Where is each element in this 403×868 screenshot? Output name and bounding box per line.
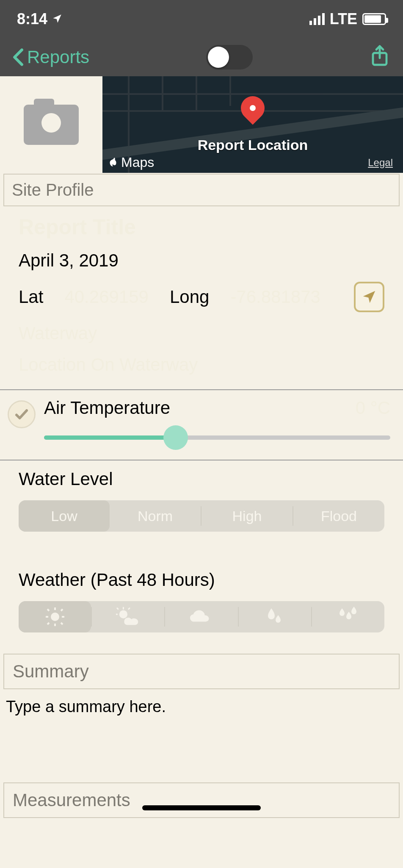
weather-option-partly-cloudy[interactable] <box>92 601 164 632</box>
location-services-icon <box>52 10 63 28</box>
water-level-option-low[interactable]: Low <box>19 500 110 532</box>
water-level-option-norm[interactable]: Norm <box>110 500 201 532</box>
signal-strength-icon <box>309 13 325 25</box>
maps-brand: Maps <box>108 155 154 170</box>
cloud-icon <box>189 608 214 625</box>
long-label: Long <box>170 287 209 307</box>
weather-option-sunny[interactable] <box>19 601 91 632</box>
add-photo-button[interactable] <box>0 76 102 173</box>
back-button[interactable]: Reports <box>13 47 89 67</box>
waterway-input[interactable]: Waterway <box>19 323 384 344</box>
locate-me-button[interactable] <box>354 282 384 312</box>
svg-line-9 <box>61 623 63 624</box>
svg-line-7 <box>61 609 63 611</box>
svg-point-1 <box>51 613 59 621</box>
lat-label: Lat <box>19 287 43 307</box>
weather-label: Weather (Past 48 Hours) <box>19 570 384 590</box>
home-indicator[interactable] <box>142 805 261 810</box>
back-label: Reports <box>27 47 89 67</box>
air-temp-label: Air Temperature <box>44 398 170 418</box>
network-label: LTE <box>330 10 357 28</box>
nav-bar: Reports <box>0 38 403 76</box>
rain-icon <box>266 607 283 627</box>
report-date[interactable]: April 3, 2019 <box>19 250 384 271</box>
svg-line-8 <box>47 623 49 624</box>
map-pin-icon <box>241 96 265 120</box>
camera-icon <box>24 105 79 145</box>
weather-option-cloudy[interactable] <box>165 601 237 632</box>
summary-textarea[interactable]: Type a summary here. <box>0 689 403 782</box>
partly-cloudy-icon <box>116 607 141 627</box>
air-temp-check-icon[interactable] <box>8 400 36 428</box>
sun-icon <box>45 607 65 627</box>
weather-option-heavy-rain[interactable] <box>312 601 384 632</box>
long-value[interactable]: -76.881873 <box>230 287 320 307</box>
svg-line-6 <box>47 609 49 611</box>
map-legal-link[interactable]: Legal <box>368 157 393 169</box>
location-on-waterway-input[interactable]: Location On Waterway <box>19 355 384 375</box>
report-title-input[interactable]: Report Title <box>19 215 384 239</box>
lat-value[interactable]: 40.269159 <box>64 287 149 307</box>
measurements-header: Measurements <box>3 782 400 818</box>
mode-toggle[interactable] <box>206 45 253 69</box>
site-profile-header: Site Profile <box>3 174 400 206</box>
air-temp-value: 0 °C <box>356 398 390 418</box>
map-location-label: Report Location <box>198 137 308 153</box>
heavy-rain-icon <box>338 607 358 627</box>
battery-icon <box>362 13 386 25</box>
water-level-option-high[interactable]: High <box>202 500 293 532</box>
svg-line-14 <box>128 608 130 610</box>
weather-segmented[interactable] <box>19 601 384 632</box>
water-level-label: Water Level <box>19 469 384 489</box>
summary-header: Summary <box>3 654 400 689</box>
water-level-segmented[interactable]: Low Norm High Flood <box>19 500 384 532</box>
weather-option-rain[interactable] <box>239 601 311 632</box>
air-temp-slider[interactable] <box>44 429 390 446</box>
status-time: 8:14 <box>17 10 47 28</box>
water-level-option-flood[interactable]: Flood <box>293 500 384 532</box>
svg-point-10 <box>119 610 127 618</box>
status-bar: 8:14 LTE <box>0 0 403 38</box>
svg-line-13 <box>117 608 119 610</box>
map-preview[interactable]: Report Location Maps Legal <box>102 76 403 173</box>
share-button[interactable] <box>369 44 390 70</box>
